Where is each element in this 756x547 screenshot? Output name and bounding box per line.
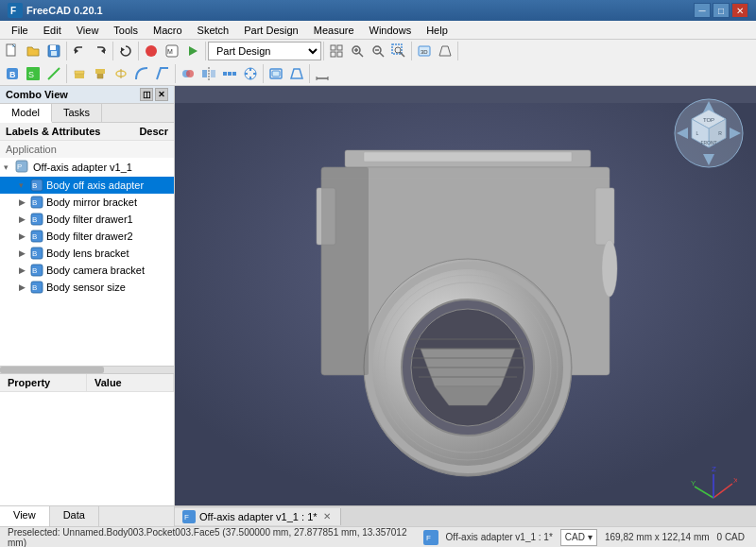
measure-button[interactable] [312, 63, 333, 84]
tree-body-icon: B [30, 179, 43, 192]
tab-tasks[interactable]: Tasks [52, 104, 102, 122]
tree-body-arrow[interactable]: ▾ [19, 180, 30, 190]
tree-scrollbar-thumb[interactable] [0, 367, 104, 373]
svg-text:FRONT: FRONT [700, 140, 716, 145]
tree-body-filter2-arrow[interactable]: ▶ [19, 231, 30, 241]
svg-text:F: F [184, 513, 189, 521]
new-file-button[interactable] [2, 41, 23, 61]
svg-line-33 [48, 68, 60, 79]
cad-dropdown-icon[interactable]: ▾ [588, 532, 593, 542]
tree-body-lens-label: Body lens bracket [46, 248, 129, 259]
tree-body-camera[interactable]: ▶ B Body camera bracket [0, 262, 174, 279]
menu-item-measure[interactable]: Measure [306, 23, 362, 38]
view-zoom-in[interactable] [347, 41, 368, 61]
fillet-button[interactable] [131, 63, 152, 84]
viewport-tab-main[interactable]: F Off-axis adapter v1_1 : 1* ✕ [175, 508, 341, 525]
menu-item-sketch[interactable]: Sketch [190, 23, 237, 38]
tree-body-lens-arrow[interactable]: ▶ [19, 248, 30, 258]
view-standard[interactable]: 3D [414, 41, 435, 61]
separator [66, 64, 67, 83]
panel-tabs: Model Tasks [0, 104, 174, 123]
undo-button[interactable] [69, 41, 90, 61]
menu-item-edit[interactable]: Edit [36, 23, 69, 38]
tree-body-camera-arrow[interactable]: ▶ [19, 265, 30, 275]
menu-item-file[interactable]: File [4, 23, 36, 38]
close-button[interactable]: ✕ [731, 3, 748, 18]
tree-body-lens[interactable]: ▶ B Body lens bracket [0, 245, 174, 262]
sketch-button[interactable] [43, 63, 64, 84]
pad-button[interactable] [69, 63, 90, 84]
view-box-zoom[interactable] [388, 41, 409, 61]
view-zoom-out[interactable] [368, 41, 388, 61]
tree-root-arrow[interactable]: ▾ [4, 162, 15, 172]
draft-button[interactable] [286, 63, 307, 84]
svg-text:S: S [28, 70, 34, 79]
tree-body-filter2[interactable]: ▶ B Body filter drawer2 [0, 228, 174, 245]
save-file-button[interactable] [43, 41, 64, 61]
menu-item-windows[interactable]: Windows [362, 23, 420, 38]
tree-root[interactable]: ▾ P Off-axis adapter v1_1 [0, 158, 174, 177]
svg-text:X: X [733, 476, 737, 485]
viewport-tab-close-button[interactable]: ✕ [321, 511, 333, 522]
menu-item-part-design[interactable]: Part Design [236, 23, 305, 38]
maximize-button[interactable]: □ [713, 3, 730, 18]
tree-root-icon: P [15, 160, 30, 175]
separator [457, 42, 458, 60]
pocket-button[interactable] [90, 63, 111, 84]
step-button[interactable] [182, 41, 203, 61]
menu-item-help[interactable]: Help [419, 23, 455, 38]
open-file-button[interactable] [23, 41, 43, 61]
workbench-selector[interactable]: Part DesignSketcherAssemblyFEMPathTechDr… [208, 42, 321, 60]
combo-view-header: Combo View ◫ ✕ [0, 86, 174, 104]
tab-model[interactable]: Model [0, 104, 52, 123]
viewport[interactable]: TOP R L FRONT X Y Z F Off-axi [175, 86, 756, 526]
menu-item-tools[interactable]: Tools [106, 23, 146, 38]
svg-rect-34 [75, 74, 84, 78]
tab-data[interactable]: Data [50, 506, 99, 526]
tree-body-sensor[interactable]: ▶ B Body sensor size [0, 279, 174, 296]
view-perspective[interactable] [435, 41, 455, 61]
svg-text:Z: Z [712, 465, 716, 473]
menu-item-macro[interactable]: Macro [146, 23, 190, 38]
nav-cube[interactable]: TOP R L FRONT [671, 95, 747, 171]
boolean-button[interactable] [178, 63, 198, 84]
svg-text:B: B [32, 215, 37, 224]
chamfer-button[interactable] [152, 63, 173, 84]
toolbar-row-2: B S [0, 62, 756, 85]
combo-float-button[interactable]: ◫ [140, 88, 153, 101]
labels-col-title: Labels & Attributes [6, 126, 100, 137]
view-fit-all[interactable] [326, 41, 347, 61]
statusbar-tab-label: Off-axis adapter v1_1 : 1* [446, 532, 553, 542]
new-body-button[interactable]: B [2, 63, 23, 84]
tree-body-mirror-arrow[interactable]: ▶ [19, 197, 30, 207]
new-sketch-button[interactable]: S [23, 63, 43, 84]
refresh-button[interactable] [115, 41, 136, 61]
tree-body-filter1[interactable]: ▶ B Body filter drawer1 [0, 211, 174, 228]
cad-selector[interactable]: CAD ▾ [560, 529, 597, 546]
macro-button[interactable]: M [162, 41, 182, 61]
tree-body-off-axis[interactable]: ▾ B Body off axis adapter [0, 177, 174, 194]
svg-rect-45 [228, 72, 232, 76]
svg-rect-35 [75, 71, 84, 74]
minimize-button[interactable]: ─ [694, 3, 711, 18]
thickness-button[interactable] [266, 63, 286, 84]
combo-view-title: Combo View [6, 89, 68, 100]
stop-button[interactable] [141, 41, 162, 61]
svg-rect-88 [364, 152, 572, 162]
tree-body-sensor-arrow[interactable]: ▶ [19, 282, 30, 292]
svg-rect-51 [253, 73, 256, 75]
svg-line-108 [713, 484, 732, 498]
mirror-button[interactable] [198, 63, 219, 84]
tab-view[interactable]: View [0, 506, 50, 526]
tree-area[interactable]: ▾ P Off-axis adapter v1_1 ▾ B Body off a… [0, 158, 174, 366]
tree-body-filter1-arrow[interactable]: ▶ [19, 214, 30, 224]
polar-pattern-button[interactable] [240, 63, 261, 84]
linear-pattern-button[interactable] [219, 63, 240, 84]
redo-button[interactable] [90, 41, 111, 61]
revolution-button[interactable] [111, 63, 131, 84]
svg-line-110 [695, 487, 713, 498]
tree-scrollbar[interactable] [0, 366, 174, 373]
menu-item-view[interactable]: View [69, 23, 107, 38]
tree-body-mirror[interactable]: ▶ B Body mirror bracket [0, 194, 174, 211]
combo-close-button[interactable]: ✕ [155, 88, 168, 101]
